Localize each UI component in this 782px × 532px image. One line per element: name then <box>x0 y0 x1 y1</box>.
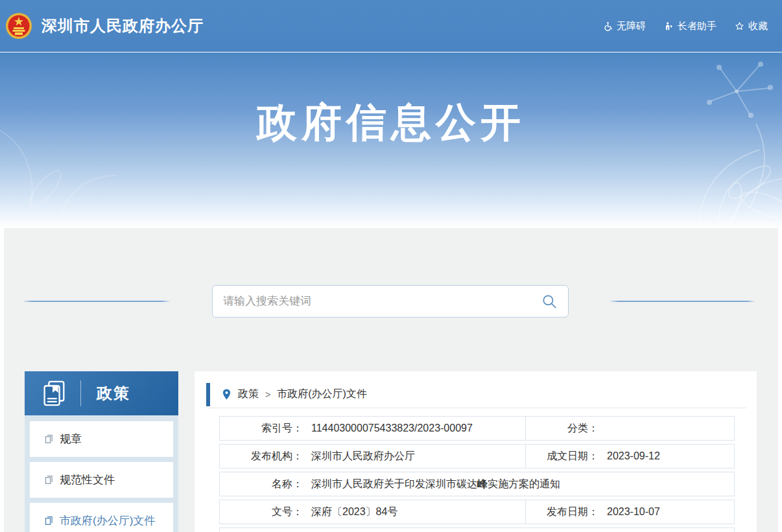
name-cell: 名称： 深圳市人民政府关于印发深圳市碳达峰实施方案的通知 <box>220 472 734 496</box>
doc-number-value: 深府〔2023〕84号 <box>311 505 397 519</box>
table-row-index: 索引号： 114403000075433823/2023-00097 分类： <box>219 416 735 441</box>
page-banner: 政府信息公开 <box>0 52 782 228</box>
publisher-value: 深圳市人民政府办公厅 <box>311 450 415 463</box>
name-part: 实施方案的通知 <box>488 478 560 489</box>
top-header-bar: 深圳市人民政府办公厅 无障碍 长者助手 收藏 <box>0 0 782 52</box>
written-date-value: 2023-09-12 <box>607 450 660 462</box>
sidebar-item-regulations[interactable]: 规章 <box>30 421 173 457</box>
document-info-table: 索引号： 114403000075433823/2023-00097 分类： 发… <box>219 416 735 532</box>
accessibility-icon <box>603 21 613 31</box>
star-icon <box>735 21 744 31</box>
breadcrumb-separator: > <box>265 389 270 400</box>
favorite-label: 收藏 <box>748 20 768 32</box>
index-cell: 索引号： 114403000075433823/2023-00097 <box>220 417 525 440</box>
breadcrumb-accent-bar <box>206 383 210 406</box>
search-button[interactable] <box>541 293 558 310</box>
name-label: 名称： <box>220 478 303 491</box>
publish-date-label: 发布日期： <box>526 505 598 519</box>
doc-number-cell: 文号： 深府〔2023〕84号 <box>220 500 525 524</box>
site-title: 深圳市人民政府办公厅 <box>41 16 204 36</box>
publish-date-value: 2023-10-07 <box>607 506 660 518</box>
category-label: 分类： <box>526 422 598 435</box>
category-cell: 分类： <box>525 417 734 440</box>
elder-assistant-label: 长者助手 <box>678 20 717 32</box>
table-row-publisher: 发布机构： 深圳市人民政府办公厅 成文日期： 2023-09-12 <box>219 444 735 468</box>
sidebar-header-divider <box>80 380 81 406</box>
written-date-cell: 成文日期： 2023-09-12 <box>525 445 734 468</box>
sidebar-item-normative-documents[interactable]: 规范性文件 <box>30 462 173 498</box>
document-icon <box>44 434 54 444</box>
name-part: 深圳市人民政府关于印发深圳市碳达 <box>311 478 477 489</box>
sidebar-item-municipal-documents[interactable]: 市政府(办公厅)文件 <box>30 503 173 532</box>
document-icon <box>44 475 54 485</box>
elder-assistant-link[interactable]: 长者助手 <box>664 20 717 32</box>
breadcrumb-item-municipal-documents[interactable]: 市政府(办公厅)文件 <box>277 387 367 401</box>
index-label: 索引号： <box>220 422 303 435</box>
document-name: 深圳市人民政府关于印发深圳市碳达峰实施方案的通知 <box>311 478 560 491</box>
search-input[interactable] <box>223 286 541 317</box>
publisher-cell: 发布机构： 深圳市人民政府办公厅 <box>220 445 525 468</box>
national-emblem-logo <box>5 10 32 41</box>
breadcrumb: 政策 > 市政府(办公厅)文件 <box>206 383 746 408</box>
sidebar-item-label: 规章 <box>60 432 82 446</box>
written-date-label: 成文日期： <box>526 450 598 463</box>
accessibility-label: 无障碍 <box>617 20 646 32</box>
location-pin-icon <box>222 388 231 400</box>
doc-number-label: 文号： <box>220 505 303 519</box>
breadcrumb-item-policy[interactable]: 政策 <box>238 387 259 401</box>
empty-cell <box>220 528 734 532</box>
accessibility-link[interactable]: 无障碍 <box>603 20 646 32</box>
sidebar-title: 政策 <box>97 383 130 404</box>
page-title: 政府信息公开 <box>0 95 782 150</box>
decorative-line-right <box>610 301 755 302</box>
decorative-line-left <box>23 301 171 302</box>
favorite-link[interactable]: 收藏 <box>735 20 768 32</box>
table-row-doc-number: 文号： 深府〔2023〕84号 发布日期： 2023-10-07 <box>219 500 735 524</box>
publisher-label: 发布机构： <box>220 450 303 463</box>
index-value: 114403000075433823/2023-00097 <box>311 422 473 434</box>
content-section: 政策 规章 规范性文件 <box>4 228 778 532</box>
sidebar: 政策 规章 规范性文件 <box>25 371 178 532</box>
name-highlight: 峰 <box>477 478 488 489</box>
sidebar-items: 规章 规范性文件 市政府(办公厅)文件 <box>25 415 178 532</box>
table-row <box>219 527 735 532</box>
sidebar-item-label: 市政府(办公厅)文件 <box>60 513 155 528</box>
main-panel: 政策 > 市政府(办公厅)文件 索引号： 114403000075433823/… <box>195 371 757 532</box>
table-row-name: 名称： 深圳市人民政府关于印发深圳市碳达峰实施方案的通知 <box>219 472 735 496</box>
sidebar-header-policy[interactable]: 政策 <box>25 371 178 415</box>
policy-book-icon <box>39 378 69 408</box>
header-links: 无障碍 长者助手 收藏 <box>603 20 768 32</box>
search-box <box>212 285 569 318</box>
search-icon <box>541 293 558 310</box>
document-icon <box>44 516 54 526</box>
sidebar-item-label: 规范性文件 <box>60 472 115 487</box>
publish-date-cell: 发布日期： 2023-10-07 <box>525 500 734 524</box>
elder-assistant-icon <box>664 21 674 31</box>
